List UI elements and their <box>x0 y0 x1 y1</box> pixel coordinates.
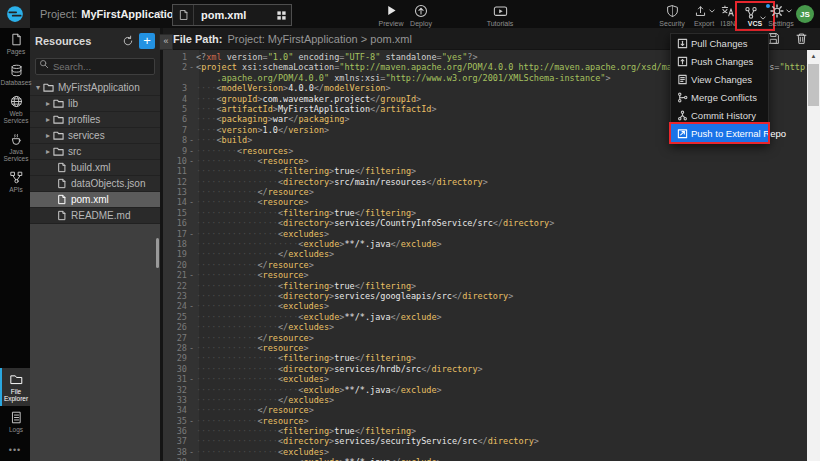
delete-button[interactable] <box>795 32 808 45</box>
code-line: 37················<directory>services/se… <box>163 436 820 446</box>
caret-right-icon[interactable]: ▸ <box>43 147 53 156</box>
folder-icon <box>10 373 23 386</box>
refresh-button[interactable] <box>122 35 134 47</box>
code-line: 14-············<resource> <box>163 197 820 207</box>
code-line: 15················<filtering>true</filte… <box>163 208 820 218</box>
rail-label: Databases <box>0 79 31 86</box>
code-line: 29················<filtering>true</filte… <box>163 353 820 363</box>
grid-icon <box>276 10 287 21</box>
code-line: 12················<directory>src/main/re… <box>163 177 820 187</box>
settings-button[interactable]: Settings <box>766 3 796 27</box>
export-label: Export <box>694 20 714 27</box>
menu-item-label: Push Changes <box>691 56 753 67</box>
code-line: 39····················<exclude>**/*.java… <box>163 457 820 461</box>
open-file-tab[interactable]: pom.xml <box>172 4 292 26</box>
pull-icon <box>677 38 688 49</box>
code-line: 38-················<excludes> <box>163 447 820 457</box>
globe-icon <box>10 95 23 108</box>
caret-right-icon[interactable]: ▸ <box>43 131 53 140</box>
api-icon <box>10 171 23 184</box>
tree-item-root[interactable]: ▾ MyFirstApplication <box>30 80 160 96</box>
rail-label: Pages <box>7 48 25 55</box>
tree-item-services[interactable]: ▸ services <box>30 128 160 144</box>
rail-label: File Explorer <box>2 388 30 402</box>
tree-item-readme-md[interactable]: README.md <box>30 208 160 224</box>
editor-scrollbar[interactable]: ▲ <box>807 50 820 461</box>
sidebar-item-pages[interactable]: Pages <box>0 28 30 59</box>
history-icon <box>677 110 688 121</box>
code-line: 36················<filtering>true</filte… <box>163 426 820 436</box>
vcs-dropdown-menu: Pull Changes Push Changes View Changes M… <box>670 33 769 143</box>
user-avatar[interactable]: JS <box>796 5 814 23</box>
merge-icon <box>677 92 688 103</box>
tree-item-label: build.xml <box>71 162 110 173</box>
file-path-label: File Path: <box>173 33 223 45</box>
tree-item-label: services <box>68 130 105 141</box>
search-input[interactable] <box>35 58 155 75</box>
tree-item-build-xml[interactable]: build.xml <box>30 160 160 176</box>
file-icon <box>57 162 67 173</box>
code-line: 31-················<excludes> <box>163 374 820 384</box>
code-line: 24-················<excludes> <box>163 301 820 311</box>
menu-item-view-changes[interactable]: View Changes <box>671 70 768 88</box>
code-line: 9-········<resources> <box>163 146 820 156</box>
search-icon <box>39 59 49 69</box>
sidebar-item-logs[interactable]: Logs <box>0 406 30 437</box>
deploy-button[interactable]: Deploy <box>406 3 436 27</box>
code-line: 30················<directory>services/hr… <box>163 364 820 374</box>
sidebar-item-databases[interactable]: Databases <box>0 59 30 90</box>
folder-icon <box>43 82 54 93</box>
tutorials-button[interactable]: Tutorials <box>481 3 519 27</box>
file-icon <box>57 210 67 221</box>
sidebar-item-file-explorer[interactable]: File Explorer <box>0 368 30 406</box>
menu-item-push-changes[interactable]: Push Changes <box>671 52 768 70</box>
code-line: 34············</resource> <box>163 405 820 415</box>
folder-icon <box>53 130 64 141</box>
more-options-icon[interactable]: ••• <box>0 437 30 461</box>
caret-down-icon[interactable]: ▾ <box>33 83 43 92</box>
tree-item-dataobjects-json[interactable]: dataObjects.json <box>30 176 160 192</box>
view-icon <box>677 74 688 85</box>
collapse-panel-button[interactable]: « <box>159 34 173 50</box>
menu-item-pull-changes[interactable]: Pull Changes <box>671 34 768 52</box>
menu-item-label: Commit History <box>691 110 756 121</box>
code-line: 21-············<resource> <box>163 270 820 280</box>
code-line: 16················<directory>services/Co… <box>163 218 820 228</box>
add-resource-button[interactable]: + <box>139 33 155 49</box>
wavemaker-logo-icon <box>6 5 24 23</box>
menu-item-commit-history[interactable]: Commit History <box>671 106 768 124</box>
wavemaker-studio: Project: MyFirstApplication › pom.xml Pr… <box>0 0 820 461</box>
app-logo[interactable] <box>0 0 30 28</box>
pages-icon <box>10 33 23 46</box>
tutorials-icon <box>493 4 508 18</box>
menu-item-label: Push to External Repo <box>691 128 786 139</box>
trash-icon <box>795 32 808 45</box>
rail-label: APIs <box>9 186 23 193</box>
caret-right-icon[interactable]: ▸ <box>43 99 53 108</box>
preview-button[interactable]: Preview <box>376 3 406 27</box>
scrollbar-thumb[interactable] <box>808 64 819 106</box>
resources-header: Resources + <box>30 28 160 53</box>
menu-item-push-to-external-repo[interactable]: Push to External Repo <box>671 124 768 142</box>
tree-item-pom-xml-selected[interactable]: pom.xml <box>30 192 160 208</box>
security-button[interactable]: Security <box>655 3 689 27</box>
resource-search <box>30 53 160 80</box>
menu-item-merge-conflicts[interactable]: Merge Conflicts <box>671 88 768 106</box>
sidebar-item-apis[interactable]: APIs <box>0 166 30 197</box>
tree-item-src[interactable]: ▸ src <box>30 144 160 160</box>
export-icon <box>694 4 707 18</box>
tree-item-lib[interactable]: ▸ lib <box>30 96 160 112</box>
rail-label: Logs <box>9 426 23 433</box>
sidebar-item-java-services[interactable]: Java Services <box>0 128 30 166</box>
caret-right-icon[interactable]: ▸ <box>43 115 53 124</box>
folder-icon <box>53 98 64 109</box>
tree-item-profiles[interactable]: ▸ profiles <box>30 112 160 128</box>
file-path-value: Project: MyFirstApplication > pom.xml <box>228 33 412 45</box>
scroll-up-arrow-icon[interactable]: ▲ <box>807 50 820 62</box>
panel-scrollbar-thumb[interactable] <box>156 238 159 268</box>
code-line: 13············</resource> <box>163 187 820 197</box>
panel-empty-area <box>30 224 160 461</box>
push-icon <box>677 56 688 67</box>
sidebar-item-web-services[interactable]: Web Services <box>0 90 30 128</box>
i18n-label: I18N <box>721 20 736 27</box>
